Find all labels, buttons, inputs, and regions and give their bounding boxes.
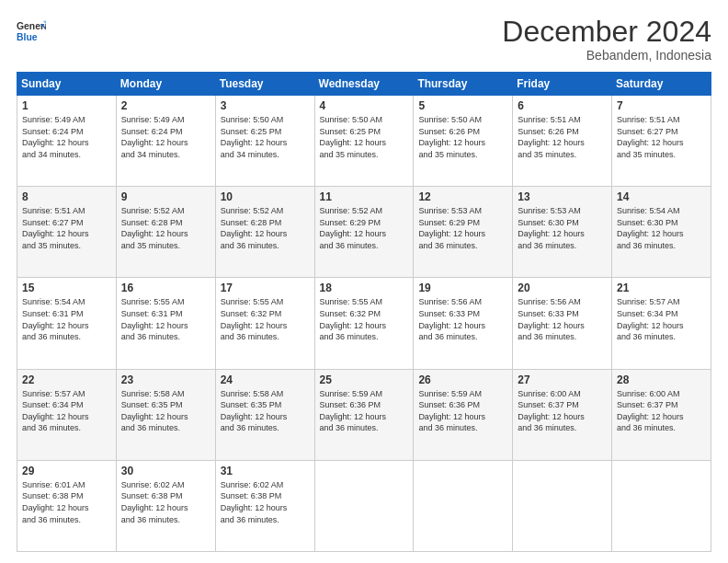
day-number: 20 xyxy=(518,282,607,294)
cell-info: Sunrise: 5:55 AM Sunset: 6:32 PM Dayligh… xyxy=(320,296,409,342)
calendar-cell: 11Sunrise: 5:52 AM Sunset: 6:29 PM Dayli… xyxy=(314,187,414,278)
logo: General Blue xyxy=(17,17,46,46)
calendar-cell: 27Sunrise: 6:00 AM Sunset: 6:37 PM Dayli… xyxy=(513,369,612,460)
calendar-cell: 30Sunrise: 6:02 AM Sunset: 6:38 PM Dayli… xyxy=(116,460,215,551)
cell-info: Sunrise: 5:50 AM Sunset: 6:25 PM Dayligh… xyxy=(320,114,409,160)
subtitle: Bebandem, Indonesia xyxy=(502,48,711,63)
day-number: 11 xyxy=(320,190,409,203)
calendar-cell: 6Sunrise: 5:51 AM Sunset: 6:26 PM Daylig… xyxy=(513,96,612,187)
calendar-cell: 7Sunrise: 5:51 AM Sunset: 6:27 PM Daylig… xyxy=(612,96,711,187)
header: General Blue December 2024 Bebandem, Ind… xyxy=(17,17,711,63)
day-number: 27 xyxy=(518,373,607,386)
cell-info: Sunrise: 5:50 AM Sunset: 6:26 PM Dayligh… xyxy=(418,114,507,160)
calendar-table: SundayMondayTuesdayWednesdayThursdayFrid… xyxy=(17,72,711,552)
day-number: 24 xyxy=(221,373,310,386)
day-number: 8 xyxy=(22,190,111,203)
cell-info: Sunrise: 5:57 AM Sunset: 6:34 PM Dayligh… xyxy=(617,296,706,342)
calendar-cell: 9Sunrise: 5:52 AM Sunset: 6:28 PM Daylig… xyxy=(116,187,215,278)
calendar-cell: 29Sunrise: 6:01 AM Sunset: 6:38 PM Dayli… xyxy=(17,460,117,551)
week-row-4: 22Sunrise: 5:57 AM Sunset: 6:34 PM Dayli… xyxy=(17,369,711,460)
week-row-3: 15Sunrise: 5:54 AM Sunset: 6:31 PM Dayli… xyxy=(17,278,711,369)
logo-icon: General Blue xyxy=(17,17,46,46)
day-number: 31 xyxy=(221,465,310,477)
weekday-wednesday: Wednesday xyxy=(314,73,414,96)
calendar-cell: 25Sunrise: 5:59 AM Sunset: 6:36 PM Dayli… xyxy=(314,369,414,460)
cell-info: Sunrise: 5:54 AM Sunset: 6:30 PM Dayligh… xyxy=(617,205,706,251)
day-number: 21 xyxy=(617,282,706,294)
cell-info: Sunrise: 5:53 AM Sunset: 6:30 PM Dayligh… xyxy=(518,205,607,251)
calendar-cell: 12Sunrise: 5:53 AM Sunset: 6:29 PM Dayli… xyxy=(414,187,513,278)
weekday-friday: Friday xyxy=(513,73,612,96)
calendar-cell: 19Sunrise: 5:56 AM Sunset: 6:33 PM Dayli… xyxy=(414,278,513,369)
day-number: 18 xyxy=(320,282,409,294)
svg-text:Blue: Blue xyxy=(17,32,38,42)
calendar-cell: 22Sunrise: 5:57 AM Sunset: 6:34 PM Dayli… xyxy=(17,369,117,460)
calendar-cell: 21Sunrise: 5:57 AM Sunset: 6:34 PM Dayli… xyxy=(612,278,711,369)
day-number: 15 xyxy=(22,282,111,294)
cell-info: Sunrise: 5:55 AM Sunset: 6:32 PM Dayligh… xyxy=(221,296,310,342)
cell-info: Sunrise: 5:52 AM Sunset: 6:29 PM Dayligh… xyxy=(320,205,409,251)
cell-info: Sunrise: 5:57 AM Sunset: 6:34 PM Dayligh… xyxy=(22,388,111,434)
day-number: 6 xyxy=(518,99,607,112)
cell-info: Sunrise: 5:56 AM Sunset: 6:33 PM Dayligh… xyxy=(418,296,507,342)
cell-info: Sunrise: 6:02 AM Sunset: 6:38 PM Dayligh… xyxy=(221,479,310,525)
weekday-saturday: Saturday xyxy=(612,73,711,96)
weekday-header-row: SundayMondayTuesdayWednesdayThursdayFrid… xyxy=(17,73,711,96)
calendar-cell: 8Sunrise: 5:51 AM Sunset: 6:27 PM Daylig… xyxy=(17,187,117,278)
cell-info: Sunrise: 5:51 AM Sunset: 6:27 PM Dayligh… xyxy=(617,114,706,160)
calendar-cell xyxy=(314,460,414,551)
cell-info: Sunrise: 5:58 AM Sunset: 6:35 PM Dayligh… xyxy=(221,388,310,434)
day-number: 12 xyxy=(418,190,507,203)
day-number: 9 xyxy=(121,190,210,203)
cell-info: Sunrise: 5:56 AM Sunset: 6:33 PM Dayligh… xyxy=(518,296,607,342)
calendar-cell xyxy=(513,460,612,551)
day-number: 30 xyxy=(121,465,210,477)
calendar-cell: 13Sunrise: 5:53 AM Sunset: 6:30 PM Dayli… xyxy=(513,187,612,278)
cell-info: Sunrise: 6:02 AM Sunset: 6:38 PM Dayligh… xyxy=(121,479,210,525)
day-number: 13 xyxy=(518,190,607,203)
day-number: 19 xyxy=(418,282,507,294)
day-number: 29 xyxy=(22,465,111,477)
calendar-cell: 14Sunrise: 5:54 AM Sunset: 6:30 PM Dayli… xyxy=(612,187,711,278)
day-number: 26 xyxy=(418,373,507,386)
week-row-1: 1Sunrise: 5:49 AM Sunset: 6:24 PM Daylig… xyxy=(17,96,711,187)
cell-info: Sunrise: 6:00 AM Sunset: 6:37 PM Dayligh… xyxy=(518,388,607,434)
cell-info: Sunrise: 5:50 AM Sunset: 6:25 PM Dayligh… xyxy=(221,114,310,160)
cell-info: Sunrise: 5:54 AM Sunset: 6:31 PM Dayligh… xyxy=(22,296,111,342)
day-number: 23 xyxy=(121,373,210,386)
calendar-cell: 18Sunrise: 5:55 AM Sunset: 6:32 PM Dayli… xyxy=(314,278,414,369)
weekday-thursday: Thursday xyxy=(414,73,513,96)
cell-info: Sunrise: 6:00 AM Sunset: 6:37 PM Dayligh… xyxy=(617,388,706,434)
cell-info: Sunrise: 6:01 AM Sunset: 6:38 PM Dayligh… xyxy=(22,479,111,525)
day-number: 7 xyxy=(617,99,706,112)
day-number: 10 xyxy=(221,190,310,203)
title-area: December 2024 Bebandem, Indonesia xyxy=(502,17,711,63)
day-number: 16 xyxy=(121,282,210,294)
calendar-cell: 2Sunrise: 5:49 AM Sunset: 6:24 PM Daylig… xyxy=(116,96,215,187)
weekday-tuesday: Tuesday xyxy=(215,73,314,96)
day-number: 22 xyxy=(22,373,111,386)
day-number: 4 xyxy=(320,99,409,112)
cell-info: Sunrise: 5:53 AM Sunset: 6:29 PM Dayligh… xyxy=(418,205,507,251)
calendar-cell: 15Sunrise: 5:54 AM Sunset: 6:31 PM Dayli… xyxy=(17,278,117,369)
cell-info: Sunrise: 5:52 AM Sunset: 6:28 PM Dayligh… xyxy=(221,205,310,251)
cell-info: Sunrise: 5:51 AM Sunset: 6:27 PM Dayligh… xyxy=(22,205,111,251)
calendar-cell: 24Sunrise: 5:58 AM Sunset: 6:35 PM Dayli… xyxy=(215,369,314,460)
calendar-cell: 23Sunrise: 5:58 AM Sunset: 6:35 PM Dayli… xyxy=(116,369,215,460)
cell-info: Sunrise: 5:55 AM Sunset: 6:31 PM Dayligh… xyxy=(121,296,210,342)
calendar-cell xyxy=(414,460,513,551)
svg-text:General: General xyxy=(17,21,46,31)
day-number: 25 xyxy=(320,373,409,386)
cell-info: Sunrise: 5:51 AM Sunset: 6:26 PM Dayligh… xyxy=(518,114,607,160)
cell-info: Sunrise: 5:59 AM Sunset: 6:36 PM Dayligh… xyxy=(418,388,507,434)
cell-info: Sunrise: 5:49 AM Sunset: 6:24 PM Dayligh… xyxy=(22,114,111,160)
page: General Blue December 2024 Bebandem, Ind… xyxy=(0,0,728,563)
cell-info: Sunrise: 5:52 AM Sunset: 6:28 PM Dayligh… xyxy=(121,205,210,251)
day-number: 5 xyxy=(418,99,507,112)
day-number: 3 xyxy=(221,99,310,112)
calendar-cell: 3Sunrise: 5:50 AM Sunset: 6:25 PM Daylig… xyxy=(215,96,314,187)
calendar-cell: 26Sunrise: 5:59 AM Sunset: 6:36 PM Dayli… xyxy=(414,369,513,460)
cell-info: Sunrise: 5:58 AM Sunset: 6:35 PM Dayligh… xyxy=(121,388,210,434)
day-number: 1 xyxy=(22,99,111,112)
weekday-sunday: Sunday xyxy=(17,73,117,96)
